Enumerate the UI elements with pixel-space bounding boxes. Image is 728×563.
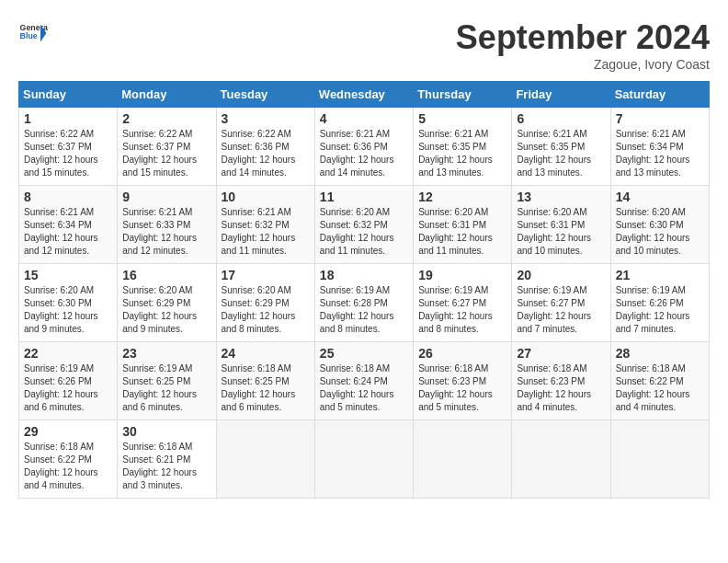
table-row: 26Sunrise: 6:18 AMSunset: 6:23 PMDayligh… <box>414 342 512 420</box>
header-thursday: Thursday <box>414 82 512 108</box>
day-info: Sunrise: 6:20 AMSunset: 6:30 PMDaylight:… <box>616 206 704 258</box>
day-info: Sunrise: 6:19 AMSunset: 6:26 PMDaylight:… <box>616 284 704 336</box>
day-info: Sunrise: 6:21 AMSunset: 6:35 PMDaylight:… <box>418 128 506 179</box>
table-row: 16Sunrise: 6:20 AMSunset: 6:29 PMDayligh… <box>118 264 216 342</box>
table-row: 15Sunrise: 6:20 AMSunset: 6:30 PMDayligh… <box>19 264 118 342</box>
location: Zagoue, Ivory Coast <box>456 57 710 72</box>
day-number: 12 <box>418 190 506 204</box>
day-number: 7 <box>616 111 704 126</box>
table-row: 20Sunrise: 6:19 AMSunset: 6:27 PMDayligh… <box>512 264 610 342</box>
day-info: Sunrise: 6:20 AMSunset: 6:29 PMDaylight:… <box>222 284 310 336</box>
day-info: Sunrise: 6:22 AMSunset: 6:37 PMDaylight:… <box>122 128 210 179</box>
table-row: 21Sunrise: 6:19 AMSunset: 6:26 PMDayligh… <box>610 264 709 342</box>
table-row: 5Sunrise: 6:21 AMSunset: 6:35 PMDaylight… <box>414 108 512 186</box>
table-row: 29Sunrise: 6:18 AMSunset: 6:22 PMDayligh… <box>19 420 118 499</box>
table-row <box>512 420 610 499</box>
day-info: Sunrise: 6:20 AMSunset: 6:31 PMDaylight:… <box>517 206 605 258</box>
table-row: 11Sunrise: 6:20 AMSunset: 6:32 PMDayligh… <box>314 186 413 264</box>
day-info: Sunrise: 6:19 AMSunset: 6:26 PMDaylight:… <box>24 362 112 414</box>
day-number: 13 <box>517 190 605 204</box>
table-row: 3Sunrise: 6:22 AMSunset: 6:36 PMDaylight… <box>216 108 314 186</box>
table-row <box>314 420 413 499</box>
table-row: 23Sunrise: 6:19 AMSunset: 6:25 PMDayligh… <box>118 342 216 420</box>
header-wednesday: Wednesday <box>314 82 413 108</box>
day-number: 11 <box>320 190 408 204</box>
table-row: 13Sunrise: 6:20 AMSunset: 6:31 PMDayligh… <box>512 186 610 264</box>
day-number: 10 <box>222 190 310 204</box>
day-number: 29 <box>24 424 112 439</box>
table-row: 9Sunrise: 6:21 AMSunset: 6:33 PMDaylight… <box>118 186 216 264</box>
day-info: Sunrise: 6:20 AMSunset: 6:32 PMDaylight:… <box>320 206 408 258</box>
day-info: Sunrise: 6:20 AMSunset: 6:31 PMDaylight:… <box>418 206 506 258</box>
day-number: 26 <box>418 346 506 361</box>
calendar-week-2: 8Sunrise: 6:21 AMSunset: 6:34 PMDaylight… <box>19 186 710 264</box>
day-number: 19 <box>418 268 506 282</box>
day-number: 16 <box>122 268 210 282</box>
day-number: 9 <box>122 190 210 204</box>
day-info: Sunrise: 6:19 AMSunset: 6:25 PMDaylight:… <box>122 362 210 414</box>
day-info: Sunrise: 6:20 AMSunset: 6:30 PMDaylight:… <box>24 284 112 336</box>
day-number: 14 <box>616 190 704 204</box>
header-sunday: Sunday <box>19 82 118 108</box>
title-section: September 2024 Zagoue, Ivory Coast <box>456 18 710 72</box>
logo-icon: General Blue <box>18 18 48 48</box>
day-info: Sunrise: 6:21 AMSunset: 6:34 PMDaylight:… <box>616 128 704 179</box>
page-header: General Blue September 2024 Zagoue, Ivor… <box>18 18 710 72</box>
table-row: 28Sunrise: 6:18 AMSunset: 6:22 PMDayligh… <box>610 342 709 420</box>
day-number: 25 <box>320 346 408 361</box>
table-row: 7Sunrise: 6:21 AMSunset: 6:34 PMDaylight… <box>610 108 709 186</box>
table-row: 18Sunrise: 6:19 AMSunset: 6:28 PMDayligh… <box>314 264 413 342</box>
day-number: 20 <box>517 268 605 282</box>
table-row: 25Sunrise: 6:18 AMSunset: 6:24 PMDayligh… <box>314 342 413 420</box>
calendar-week-1: 1Sunrise: 6:22 AMSunset: 6:37 PMDaylight… <box>19 108 710 186</box>
header-row: Sunday Monday Tuesday Wednesday Thursday… <box>19 82 710 108</box>
day-info: Sunrise: 6:18 AMSunset: 6:24 PMDaylight:… <box>320 362 408 414</box>
day-info: Sunrise: 6:19 AMSunset: 6:28 PMDaylight:… <box>320 284 408 336</box>
logo: General Blue <box>18 18 48 48</box>
table-row: 8Sunrise: 6:21 AMSunset: 6:34 PMDaylight… <box>19 186 118 264</box>
table-row <box>610 420 709 499</box>
month-title: September 2024 <box>456 18 710 57</box>
table-row: 27Sunrise: 6:18 AMSunset: 6:23 PMDayligh… <box>512 342 610 420</box>
day-number: 30 <box>122 424 210 439</box>
day-info: Sunrise: 6:22 AMSunset: 6:37 PMDaylight:… <box>24 128 112 179</box>
calendar-week-5: 29Sunrise: 6:18 AMSunset: 6:22 PMDayligh… <box>19 420 710 499</box>
day-number: 18 <box>320 268 408 282</box>
day-number: 21 <box>616 268 704 282</box>
calendar-week-3: 15Sunrise: 6:20 AMSunset: 6:30 PMDayligh… <box>19 264 710 342</box>
day-info: Sunrise: 6:18 AMSunset: 6:22 PMDaylight:… <box>616 362 704 414</box>
table-row: 22Sunrise: 6:19 AMSunset: 6:26 PMDayligh… <box>19 342 118 420</box>
day-number: 24 <box>222 346 310 361</box>
day-info: Sunrise: 6:18 AMSunset: 6:21 PMDaylight:… <box>122 441 210 492</box>
table-row: 10Sunrise: 6:21 AMSunset: 6:32 PMDayligh… <box>216 186 314 264</box>
table-row: 14Sunrise: 6:20 AMSunset: 6:30 PMDayligh… <box>610 186 709 264</box>
day-number: 27 <box>517 346 605 361</box>
table-row <box>414 420 512 499</box>
day-number: 17 <box>222 268 310 282</box>
svg-text:Blue: Blue <box>20 31 38 40</box>
calendar-week-4: 22Sunrise: 6:19 AMSunset: 6:26 PMDayligh… <box>19 342 710 420</box>
table-row: 4Sunrise: 6:21 AMSunset: 6:36 PMDaylight… <box>314 108 413 186</box>
day-info: Sunrise: 6:18 AMSunset: 6:23 PMDaylight:… <box>418 362 506 414</box>
day-info: Sunrise: 6:18 AMSunset: 6:22 PMDaylight:… <box>24 441 112 492</box>
day-info: Sunrise: 6:21 AMSunset: 6:32 PMDaylight:… <box>222 206 310 258</box>
day-number: 28 <box>616 346 704 361</box>
day-info: Sunrise: 6:21 AMSunset: 6:35 PMDaylight:… <box>517 128 605 179</box>
day-number: 4 <box>320 111 408 126</box>
table-row: 17Sunrise: 6:20 AMSunset: 6:29 PMDayligh… <box>216 264 314 342</box>
day-number: 1 <box>24 111 112 126</box>
day-info: Sunrise: 6:21 AMSunset: 6:34 PMDaylight:… <box>24 206 112 258</box>
day-number: 5 <box>418 111 506 126</box>
calendar-table: Sunday Monday Tuesday Wednesday Thursday… <box>18 81 710 499</box>
day-number: 23 <box>122 346 210 361</box>
table-row: 30Sunrise: 6:18 AMSunset: 6:21 PMDayligh… <box>118 420 216 499</box>
day-info: Sunrise: 6:18 AMSunset: 6:25 PMDaylight:… <box>222 362 310 414</box>
table-row: 24Sunrise: 6:18 AMSunset: 6:25 PMDayligh… <box>216 342 314 420</box>
day-number: 22 <box>24 346 112 361</box>
table-row: 1Sunrise: 6:22 AMSunset: 6:37 PMDaylight… <box>19 108 118 186</box>
table-row: 2Sunrise: 6:22 AMSunset: 6:37 PMDaylight… <box>118 108 216 186</box>
day-info: Sunrise: 6:19 AMSunset: 6:27 PMDaylight:… <box>418 284 506 336</box>
day-info: Sunrise: 6:19 AMSunset: 6:27 PMDaylight:… <box>517 284 605 336</box>
day-info: Sunrise: 6:22 AMSunset: 6:36 PMDaylight:… <box>222 128 310 179</box>
header-friday: Friday <box>512 82 610 108</box>
